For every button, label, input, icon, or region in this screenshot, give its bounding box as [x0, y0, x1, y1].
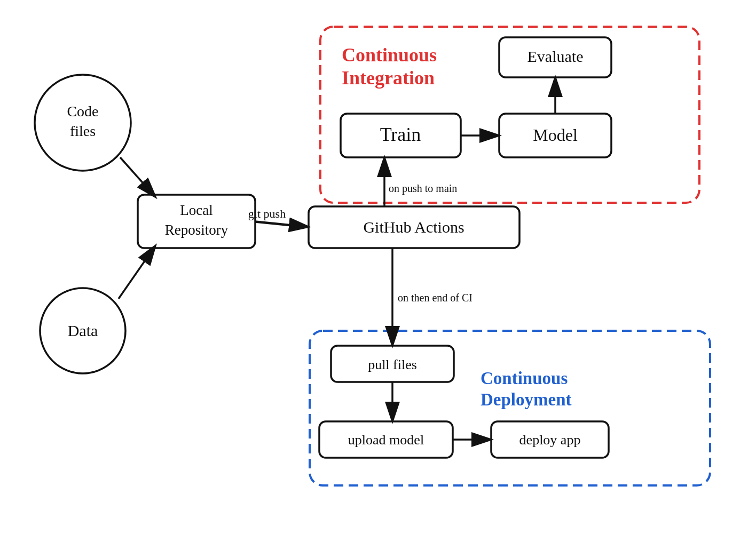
model-label: Model — [533, 125, 578, 145]
on-push-to-main-label: on push to main — [389, 182, 457, 195]
pull-files-label: pull files — [368, 357, 417, 372]
on-end-ci-label: on then end of CI — [398, 292, 472, 304]
train-label: Train — [380, 124, 421, 145]
cd-label-2: Deployment — [481, 390, 571, 409]
code-files-label: Code — [67, 103, 98, 119]
code-files-label-2: files — [70, 123, 96, 139]
git-push-label: git push — [248, 207, 286, 220]
upload-model-label: upload model — [348, 432, 424, 448]
diagram-svg: Continuous Integration Continuous Deploy… — [0, 0, 756, 534]
diagram-container: Continuous Integration Continuous Deploy… — [0, 0, 756, 534]
local-repo-label-2: Repository — [165, 222, 229, 238]
ci-label: Continuous — [342, 44, 437, 66]
evaluate-label: Evaluate — [527, 47, 584, 65]
deploy-app-label: deploy app — [519, 432, 581, 448]
github-actions-label: GitHub Actions — [363, 218, 464, 236]
data-label: Data — [68, 322, 98, 339]
ci-label-2: Integration — [342, 67, 435, 89]
local-repo-label: Local — [180, 202, 212, 218]
cd-label: Continuous — [481, 369, 568, 388]
